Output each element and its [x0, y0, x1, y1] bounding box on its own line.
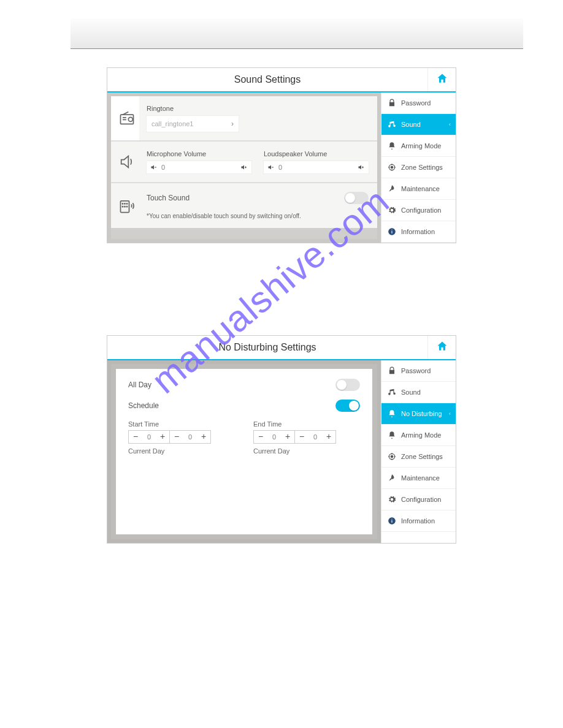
ringtone-label: Ringtone [147, 105, 369, 112]
minus-button[interactable]: − [170, 432, 183, 442]
home-button[interactable] [427, 336, 456, 359]
ringtone-select[interactable]: call_ringtone1 › [147, 116, 239, 132]
sidebar-item-configuration[interactable]: Configuration [381, 489, 456, 510]
sidebar-item-no-disturbing[interactable]: No Disturbing ‹ [381, 403, 456, 425]
plus-button[interactable]: + [322, 432, 335, 442]
end-hour-spinner[interactable]: − 0 + [253, 430, 295, 444]
volume-card: Microphone Volume 0 Loudspeaker Volume 0 [111, 142, 377, 183]
mic-volume-control[interactable]: 0 [147, 161, 251, 173]
volume-up-icon[interactable] [240, 164, 248, 171]
svg-point-15 [122, 206, 123, 207]
volume-down-icon[interactable] [267, 164, 275, 171]
info-icon [386, 226, 397, 237]
sidebar-item-label: Sound [401, 121, 421, 128]
all-day-label: All Day [128, 381, 335, 389]
plus-button[interactable]: + [197, 432, 210, 442]
svg-point-1 [128, 117, 132, 121]
sidebar-item-zone-settings[interactable]: Zone Settings [381, 157, 456, 178]
start-current-day: Current Day [128, 447, 235, 455]
chevron-left-icon: ‹ [449, 121, 451, 127]
svg-rect-25 [391, 231, 392, 233]
music-icon [386, 387, 397, 398]
end-current-day: Current Day [253, 447, 360, 455]
schedule-toggle[interactable] [335, 400, 360, 412]
ringtone-card: Ringtone call_ringtone1 › [111, 96, 377, 142]
touch-sound-toggle[interactable] [344, 192, 369, 204]
sidebar-item-arming-mode[interactable]: Arming Mode [381, 425, 456, 446]
target-icon [386, 162, 397, 173]
svg-rect-0 [121, 115, 134, 124]
volume-up-icon[interactable] [358, 164, 365, 171]
rocket-icon [386, 183, 397, 194]
lock-icon [386, 365, 397, 376]
lock-icon [386, 97, 397, 108]
sidebar-item-zone-settings[interactable]: Zone Settings [381, 446, 456, 468]
sidebar-item-label: Maintenance [401, 185, 440, 192]
page-title: Sound Settings [107, 68, 427, 91]
sidebar-item-label: Information [401, 517, 435, 525]
ringtone-value: call_ringtone1 [151, 120, 194, 127]
sidebar-item-arming-mode[interactable]: Arming Mode [381, 135, 456, 157]
titlebar: Sound Settings [107, 68, 456, 93]
home-button[interactable] [427, 68, 456, 91]
music-icon [386, 119, 397, 130]
home-icon [436, 72, 448, 87]
plus-button[interactable]: + [281, 432, 294, 442]
end-minute-spinner[interactable]: − 0 + [295, 430, 336, 444]
volume-down-icon[interactable] [150, 164, 158, 171]
touch-sound-hint: *You can enable/disable touch sound by s… [147, 213, 369, 219]
bell-icon [386, 140, 397, 151]
svg-rect-8 [272, 167, 274, 168]
minus-button[interactable]: − [254, 432, 267, 442]
svg-point-26 [391, 229, 392, 230]
speaker-volume-control[interactable]: 0 [264, 161, 369, 173]
end-time-col: End Time − 0 + − 0 + [253, 420, 360, 455]
sidebar-item-label: Maintenance [401, 474, 440, 482]
sidebar-item-label: Arming Mode [401, 431, 441, 439]
end-hour-value: 0 [267, 433, 281, 441]
start-minute-spinner[interactable]: − 0 + [170, 430, 211, 444]
svg-rect-7 [245, 167, 246, 169]
rocket-icon [386, 472, 397, 483]
no-disturbing-screen: No Disturbing Settings All Day Schedule … [107, 335, 456, 544]
all-day-toggle[interactable] [335, 379, 360, 391]
svg-point-19 [391, 166, 393, 169]
svg-point-12 [122, 203, 123, 203]
start-hour-spinner[interactable]: − 0 + [128, 430, 170, 444]
start-minute-value: 0 [183, 433, 197, 441]
svg-point-14 [126, 203, 127, 203]
speaker-icon [118, 153, 136, 170]
page-title: No Disturbing Settings [107, 336, 427, 359]
titlebar: No Disturbing Settings [107, 336, 456, 360]
svg-point-16 [124, 206, 125, 207]
sidebar-item-information[interactable]: Information [381, 221, 456, 243]
settings-card: All Day Schedule Start Time − 0 + [116, 369, 372, 534]
gear-icon [386, 205, 397, 216]
sidebar-item-maintenance[interactable]: Maintenance [381, 178, 456, 200]
minus-button[interactable]: − [295, 432, 308, 442]
end-minute-value: 0 [308, 433, 322, 441]
sidebar-item-password[interactable]: Password [381, 93, 456, 114]
sidebar-item-sound[interactable]: Sound ‹ [381, 114, 456, 135]
bell-icon [386, 430, 397, 441]
sidebar-item-password[interactable]: Password [381, 360, 456, 382]
sidebar-item-label: Password [401, 367, 431, 374]
chevron-right-icon: › [231, 119, 234, 128]
svg-rect-10 [362, 167, 363, 169]
plus-button[interactable]: + [156, 432, 169, 442]
sidebar: Password Sound No Disturbing ‹ Arming Mo… [381, 360, 456, 543]
mic-volume-value: 0 [158, 164, 240, 171]
speaker-volume-value: 0 [275, 164, 358, 171]
sidebar-item-information[interactable]: Information [381, 510, 456, 532]
start-time-label: Start Time [128, 420, 235, 428]
sidebar-item-label: Configuration [401, 496, 441, 503]
gear-icon [386, 494, 397, 505]
sidebar-item-configuration[interactable]: Configuration [381, 200, 456, 221]
start-time-col: Start Time − 0 + − 0 + [128, 420, 235, 455]
minus-button[interactable]: − [129, 432, 142, 442]
svg-rect-34 [391, 520, 392, 523]
radio-icon [118, 110, 136, 127]
target-icon [386, 451, 397, 462]
sidebar-item-maintenance[interactable]: Maintenance [381, 468, 456, 489]
sidebar-item-sound[interactable]: Sound [381, 382, 456, 403]
